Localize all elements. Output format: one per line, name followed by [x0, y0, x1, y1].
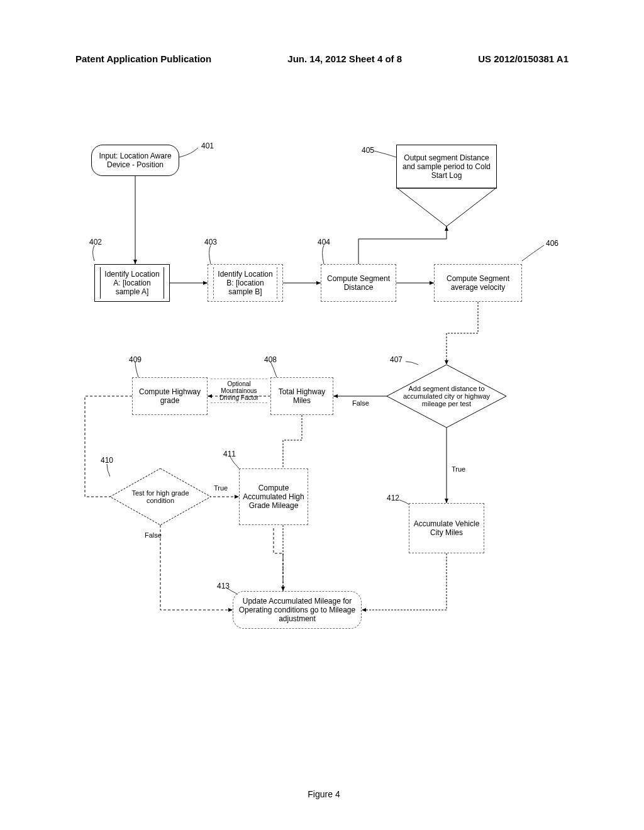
label-false-407: False [352, 399, 369, 407]
node-compute-velocity: Compute Segment average velocity [434, 264, 522, 302]
node-text: Total Highway Miles [274, 387, 330, 405]
node-text: Add segment distance to accumulated city… [389, 385, 504, 407]
label-410: 410 [101, 456, 113, 465]
node-text: Output segment Distance and sample perio… [399, 153, 494, 180]
label-mountainous: Optional Mountainous Driving Factor [211, 379, 267, 403]
label-412: 412 [387, 494, 399, 502]
node-text: Accumulate Vehicle City Miles [412, 519, 481, 537]
node-total-highway: Total Highway Miles [270, 377, 333, 415]
label-405: 405 [362, 146, 374, 155]
node-compute-high-grade: Compute Accumulated High Grade Mileage [239, 468, 308, 525]
header-left: Patent Application Publication [75, 53, 211, 64]
node-input-location: Input: Location Aware Device - Position [91, 145, 179, 176]
node-text: Identify Location A: [location sample A] [102, 270, 162, 296]
label-407: 407 [390, 355, 402, 364]
label-406: 406 [546, 239, 558, 248]
label-403: 403 [204, 238, 217, 246]
node-text: Compute Accumulated High Grade Mileage [242, 484, 305, 510]
figure-caption: Figure 4 [75, 789, 572, 799]
node-text: Compute Segment average velocity [437, 274, 519, 292]
triangle-output [396, 187, 497, 228]
node-output-segment: Output segment Distance and sample perio… [396, 145, 497, 189]
label-true-410: True [214, 484, 228, 492]
label-false-410: False [145, 531, 162, 539]
label-true-407: True [452, 465, 465, 473]
node-text: Update Accumulated Mileage for Operating… [236, 597, 358, 623]
node-text: Identify Location B: [location sample B] [215, 270, 275, 296]
label-404: 404 [318, 238, 330, 246]
node-accumulate-city: Accumulate Vehicle City Miles [409, 503, 484, 553]
node-decision-segment: Add segment distance to accumulated city… [387, 365, 506, 428]
header-center: Jun. 14, 2012 Sheet 4 of 8 [287, 53, 402, 64]
label-411: 411 [223, 450, 236, 458]
label-402: 402 [89, 238, 102, 246]
node-decision-grade: Test for high grade condition [110, 468, 211, 525]
node-text: Compute Segment Distance [324, 274, 393, 292]
flowchart-diagram: Input: Location Aware Device - Position … [75, 138, 572, 667]
label-409: 409 [129, 355, 142, 364]
node-text: Compute Highway grade [135, 387, 204, 405]
header-right: US 2012/0150381 A1 [478, 53, 569, 64]
node-identify-b: Identify Location B: [location sample B] [208, 264, 283, 302]
node-identify-a: Identify Location A: [location sample A] [94, 264, 170, 302]
label-401: 401 [201, 141, 214, 150]
label-413: 413 [217, 582, 230, 590]
node-compute-grade: Compute Highway grade [132, 377, 208, 415]
node-text: Input: Location Aware Device - Position [94, 152, 176, 169]
label-408: 408 [264, 355, 277, 364]
node-update-mileage: Update Accumulated Mileage for Operating… [233, 591, 362, 629]
node-text: Test for high grade condition [113, 489, 208, 504]
node-compute-distance: Compute Segment Distance [321, 264, 396, 302]
